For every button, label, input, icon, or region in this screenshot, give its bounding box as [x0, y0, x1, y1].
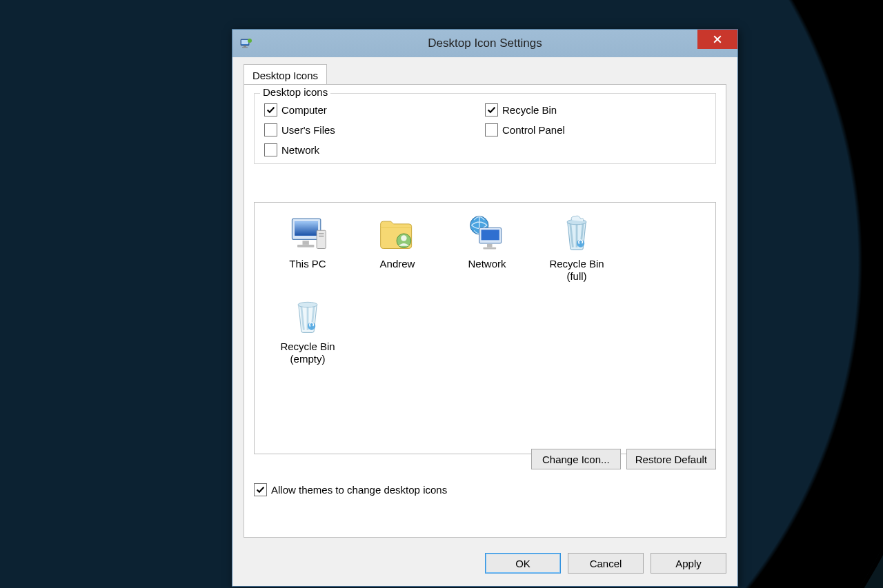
change-icon-button[interactable]: Change Icon... — [531, 449, 621, 469]
window-title: Desktop Icon Settings — [232, 37, 737, 50]
allow-themes-label: Allow themes to change desktop icons — [271, 484, 447, 496]
icon-item-recyclefull[interactable]: Recycle Bin(full) — [532, 211, 622, 283]
close-icon — [713, 34, 722, 45]
checkbox-label: Network — [281, 144, 319, 156]
icon-item-label: Andrew — [380, 258, 415, 270]
checkbox-box — [254, 483, 267, 496]
groupbox-desktop-icons: Desktop icons ComputerRecycle BinUser's … — [254, 93, 716, 164]
groupbox-legend: Desktop icons — [260, 86, 330, 98]
icon-item-label: Recycle Bin(empty) — [280, 341, 335, 365]
network-icon — [465, 211, 509, 255]
ok-button[interactable]: OK — [485, 553, 561, 574]
icon-item-label: Recycle Bin(full) — [549, 258, 604, 283]
this-pc-icon — [286, 211, 330, 255]
checkbox-label: User's Files — [281, 124, 335, 136]
checkbox-label: Computer — [281, 104, 327, 116]
checkbox-userfiles[interactable]: User's Files — [264, 123, 485, 136]
dialog-window: Desktop Icon Settings Desktop Icons Desk… — [232, 29, 738, 587]
icon-item-thispc[interactable]: This PC — [263, 211, 353, 283]
recycle-bin-full-icon — [555, 211, 599, 255]
checkbox-controlpanel[interactable]: Control Panel — [485, 123, 706, 136]
tab-label: Desktop Icons — [252, 70, 318, 81]
icon-item-recycleempty[interactable]: Recycle Bin(empty) — [263, 294, 353, 365]
allow-themes-checkbox[interactable]: Allow themes to change desktop icons — [254, 483, 447, 496]
cancel-button[interactable]: Cancel — [568, 553, 644, 574]
checkbox-box — [264, 103, 277, 116]
icon-item-andrew[interactable]: Andrew — [353, 211, 442, 283]
icon-item-label: This PC — [289, 258, 326, 270]
tab-panel: Desktop icons ComputerRecycle BinUser's … — [244, 84, 726, 538]
recycle-bin-empty-icon — [286, 294, 330, 338]
checkbox-box — [485, 123, 498, 136]
titlebar[interactable]: Desktop Icon Settings — [232, 30, 737, 57]
apply-button[interactable]: Apply — [651, 553, 726, 574]
checkbox-recyclebin[interactable]: Recycle Bin — [485, 103, 706, 116]
checkbox-network[interactable]: Network — [264, 143, 485, 156]
checkbox-box — [485, 103, 498, 116]
client-area: Desktop Icons Desktop icons ComputerRecy… — [232, 57, 737, 586]
close-button[interactable] — [697, 30, 737, 49]
checkbox-label: Recycle Bin — [502, 104, 557, 116]
tab-desktop-icons[interactable]: Desktop Icons — [244, 64, 327, 85]
checkbox-label: Control Panel — [502, 124, 565, 136]
icon-item-label: Network — [468, 258, 506, 270]
checkbox-box — [264, 123, 277, 136]
icon-preview-list[interactable]: This PCAndrewNetworkRecycle Bin(full)Rec… — [254, 202, 716, 454]
user-folder-icon — [375, 211, 419, 255]
icon-item-network[interactable]: Network — [442, 211, 532, 283]
restore-default-button[interactable]: Restore Default — [626, 449, 716, 469]
checkbox-computer[interactable]: Computer — [264, 103, 485, 116]
checkbox-box — [264, 143, 277, 156]
